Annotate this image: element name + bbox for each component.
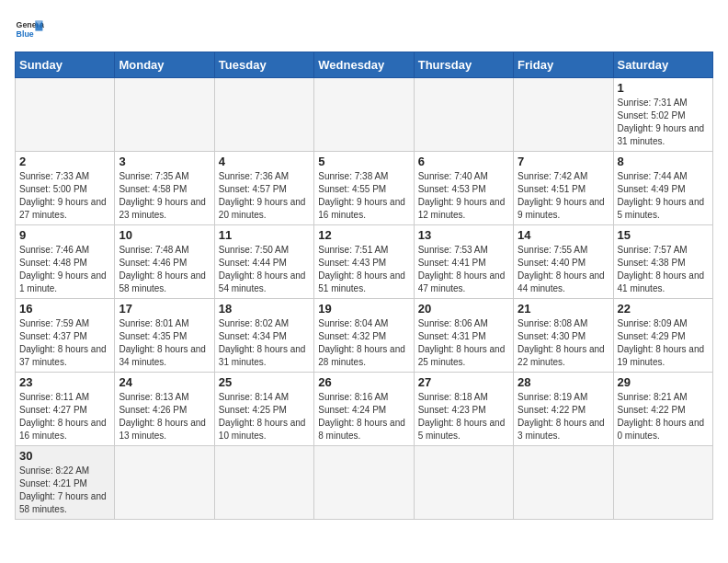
- calendar-cell: [115, 78, 214, 152]
- calendar-week-2: 2Sunrise: 7:33 AM Sunset: 5:00 PM Daylig…: [16, 152, 713, 225]
- day-info: Sunrise: 7:53 AM Sunset: 4:41 PM Dayligh…: [418, 244, 509, 295]
- calendar-cell: 8Sunrise: 7:44 AM Sunset: 4:49 PM Daylig…: [613, 152, 712, 225]
- calendar-cell: 15Sunrise: 7:57 AM Sunset: 4:38 PM Dayli…: [613, 225, 712, 299]
- calendar-cell: [414, 446, 513, 520]
- calendar-cell: 30Sunrise: 8:22 AM Sunset: 4:21 PM Dayli…: [16, 446, 115, 520]
- day-number: 27: [418, 375, 509, 389]
- day-number: 12: [318, 228, 409, 242]
- day-info: Sunrise: 8:16 AM Sunset: 4:24 PM Dayligh…: [318, 391, 409, 442]
- calendar-cell: 11Sunrise: 7:50 AM Sunset: 4:44 PM Dayli…: [214, 225, 313, 299]
- calendar-week-3: 9Sunrise: 7:46 AM Sunset: 4:48 PM Daylig…: [16, 225, 713, 299]
- day-number: 4: [219, 155, 310, 168]
- day-number: 30: [19, 449, 110, 463]
- day-number: 29: [618, 375, 709, 389]
- day-number: 14: [518, 228, 609, 242]
- day-info: Sunrise: 8:21 AM Sunset: 4:22 PM Dayligh…: [618, 391, 709, 442]
- day-info: Sunrise: 8:01 AM Sunset: 4:35 PM Dayligh…: [119, 317, 210, 369]
- day-info: Sunrise: 7:48 AM Sunset: 4:46 PM Dayligh…: [119, 244, 210, 295]
- day-header-thursday: Thursday: [414, 52, 513, 78]
- day-header-wednesday: Wednesday: [314, 52, 414, 78]
- calendar-cell: [16, 78, 115, 152]
- day-info: Sunrise: 7:44 AM Sunset: 4:49 PM Dayligh…: [618, 170, 709, 222]
- calendar-cell: [214, 78, 313, 152]
- day-number: 7: [518, 155, 609, 168]
- calendar-cell: 28Sunrise: 8:19 AM Sunset: 4:22 PM Dayli…: [514, 373, 613, 446]
- logo-icon: General Blue: [15, 15, 44, 44]
- calendar-cell: 14Sunrise: 7:55 AM Sunset: 4:40 PM Dayli…: [514, 225, 613, 299]
- calendar-cell: 7Sunrise: 7:42 AM Sunset: 4:51 PM Daylig…: [514, 152, 613, 225]
- calendar-cell: [414, 78, 513, 152]
- calendar-cell: 13Sunrise: 7:53 AM Sunset: 4:41 PM Dayli…: [414, 225, 513, 299]
- day-number: 3: [119, 155, 210, 168]
- day-number: 11: [219, 228, 310, 242]
- day-info: Sunrise: 7:55 AM Sunset: 4:40 PM Dayligh…: [518, 244, 609, 295]
- day-info: Sunrise: 8:13 AM Sunset: 4:26 PM Dayligh…: [119, 391, 210, 442]
- day-number: 24: [119, 375, 210, 389]
- day-info: Sunrise: 8:02 AM Sunset: 4:34 PM Dayligh…: [219, 317, 310, 369]
- day-number: 20: [418, 302, 509, 316]
- calendar-cell: 17Sunrise: 8:01 AM Sunset: 4:35 PM Dayli…: [115, 299, 214, 373]
- day-number: 6: [418, 155, 509, 168]
- day-info: Sunrise: 8:06 AM Sunset: 4:31 PM Dayligh…: [418, 317, 509, 369]
- calendar-cell: 4Sunrise: 7:36 AM Sunset: 4:57 PM Daylig…: [214, 152, 313, 225]
- calendar-cell: [115, 446, 214, 520]
- day-header-tuesday: Tuesday: [214, 52, 313, 78]
- calendar-table: SundayMondayTuesdayWednesdayThursdayFrid…: [15, 52, 713, 520]
- calendar-cell: 18Sunrise: 8:02 AM Sunset: 4:34 PM Dayli…: [214, 299, 313, 373]
- day-header-saturday: Saturday: [613, 52, 712, 78]
- calendar-cell: [214, 446, 313, 520]
- day-info: Sunrise: 8:18 AM Sunset: 4:23 PM Dayligh…: [418, 391, 509, 442]
- calendar-header-row: SundayMondayTuesdayWednesdayThursdayFrid…: [16, 52, 713, 78]
- day-info: Sunrise: 8:08 AM Sunset: 4:30 PM Dayligh…: [518, 317, 609, 369]
- day-info: Sunrise: 8:11 AM Sunset: 4:27 PM Dayligh…: [19, 391, 110, 442]
- calendar-cell: 9Sunrise: 7:46 AM Sunset: 4:48 PM Daylig…: [16, 225, 115, 299]
- calendar-cell: 23Sunrise: 8:11 AM Sunset: 4:27 PM Dayli…: [16, 373, 115, 446]
- day-number: 1: [618, 81, 709, 95]
- day-info: Sunrise: 8:19 AM Sunset: 4:22 PM Dayligh…: [518, 391, 609, 442]
- day-info: Sunrise: 8:09 AM Sunset: 4:29 PM Dayligh…: [618, 317, 709, 369]
- calendar-cell: 3Sunrise: 7:35 AM Sunset: 4:58 PM Daylig…: [115, 152, 214, 225]
- day-info: Sunrise: 7:40 AM Sunset: 4:53 PM Dayligh…: [418, 170, 509, 222]
- calendar-cell: [314, 78, 414, 152]
- day-info: Sunrise: 7:57 AM Sunset: 4:38 PM Dayligh…: [618, 244, 709, 295]
- calendar-cell: 12Sunrise: 7:51 AM Sunset: 4:43 PM Dayli…: [314, 225, 414, 299]
- day-number: 17: [119, 302, 210, 316]
- logo: General Blue: [15, 15, 50, 44]
- day-number: 16: [19, 302, 110, 316]
- day-number: 2: [19, 155, 110, 168]
- calendar-cell: 26Sunrise: 8:16 AM Sunset: 4:24 PM Dayli…: [314, 373, 414, 446]
- calendar-cell: [314, 446, 414, 520]
- calendar-week-4: 16Sunrise: 7:59 AM Sunset: 4:37 PM Dayli…: [16, 299, 713, 373]
- day-number: 25: [219, 375, 310, 389]
- calendar-week-1: 1Sunrise: 7:31 AM Sunset: 5:02 PM Daylig…: [16, 78, 713, 152]
- day-number: 22: [618, 302, 709, 316]
- calendar-cell: 24Sunrise: 8:13 AM Sunset: 4:26 PM Dayli…: [115, 373, 214, 446]
- calendar-cell: [514, 78, 613, 152]
- calendar-cell: [613, 446, 712, 520]
- calendar-cell: 25Sunrise: 8:14 AM Sunset: 4:25 PM Dayli…: [214, 373, 313, 446]
- day-info: Sunrise: 7:42 AM Sunset: 4:51 PM Dayligh…: [518, 170, 609, 222]
- calendar-week-5: 23Sunrise: 8:11 AM Sunset: 4:27 PM Dayli…: [16, 373, 713, 446]
- calendar-cell: 5Sunrise: 7:38 AM Sunset: 4:55 PM Daylig…: [314, 152, 414, 225]
- calendar-cell: 10Sunrise: 7:48 AM Sunset: 4:46 PM Dayli…: [115, 225, 214, 299]
- day-number: 8: [618, 155, 709, 168]
- day-info: Sunrise: 7:36 AM Sunset: 4:57 PM Dayligh…: [219, 170, 310, 222]
- day-number: 28: [518, 375, 609, 389]
- day-number: 18: [219, 302, 310, 316]
- day-number: 13: [418, 228, 509, 242]
- day-number: 23: [19, 375, 110, 389]
- day-header-sunday: Sunday: [16, 52, 115, 78]
- calendar-cell: 6Sunrise: 7:40 AM Sunset: 4:53 PM Daylig…: [414, 152, 513, 225]
- calendar-cell: 2Sunrise: 7:33 AM Sunset: 5:00 PM Daylig…: [16, 152, 115, 225]
- day-info: Sunrise: 7:46 AM Sunset: 4:48 PM Dayligh…: [19, 244, 110, 295]
- calendar-week-6: 30Sunrise: 8:22 AM Sunset: 4:21 PM Dayli…: [16, 446, 713, 520]
- day-number: 10: [119, 228, 210, 242]
- day-info: Sunrise: 7:31 AM Sunset: 5:02 PM Dayligh…: [618, 97, 709, 148]
- calendar-cell: 1Sunrise: 7:31 AM Sunset: 5:02 PM Daylig…: [613, 78, 712, 152]
- calendar-cell: 20Sunrise: 8:06 AM Sunset: 4:31 PM Dayli…: [414, 299, 513, 373]
- day-header-friday: Friday: [514, 52, 613, 78]
- day-number: 5: [318, 155, 409, 168]
- day-number: 9: [19, 228, 110, 242]
- day-info: Sunrise: 8:04 AM Sunset: 4:32 PM Dayligh…: [318, 317, 409, 369]
- day-number: 15: [618, 228, 709, 242]
